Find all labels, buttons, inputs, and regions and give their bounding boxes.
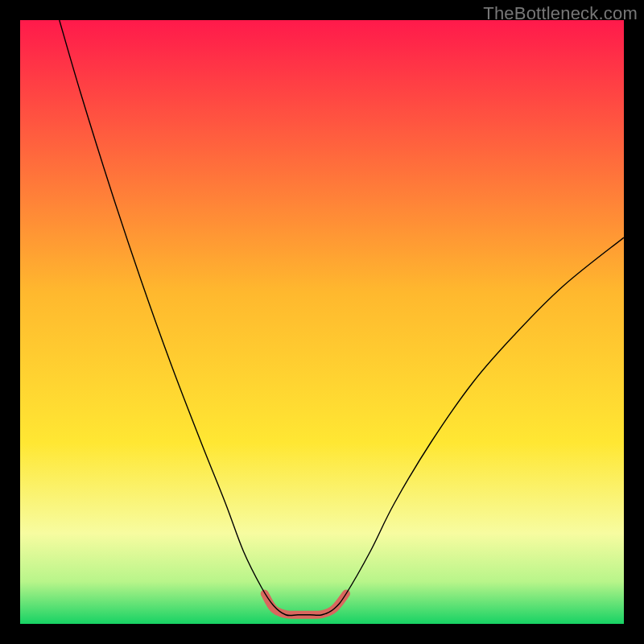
gradient-background [20, 20, 624, 624]
chart-frame: TheBottleneck.com [0, 0, 644, 644]
plot-area [20, 20, 624, 624]
watermark-text: TheBottleneck.com [483, 3, 638, 24]
chart-svg [20, 20, 624, 624]
